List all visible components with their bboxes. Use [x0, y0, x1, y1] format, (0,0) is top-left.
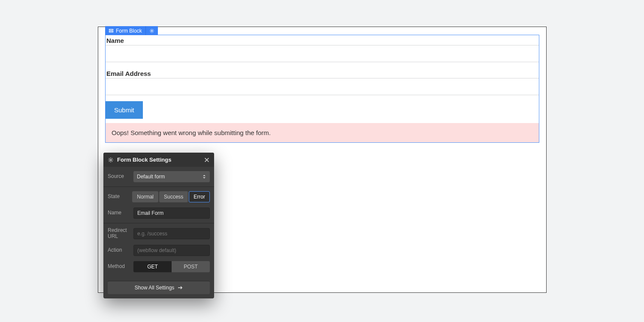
gear-icon	[108, 157, 114, 163]
show-all-settings-button[interactable]: Show All Settings	[108, 281, 210, 294]
state-label: State	[108, 194, 128, 200]
source-label: Source	[108, 174, 129, 180]
state-success-button[interactable]: Success	[159, 191, 188, 202]
block-tag-settings[interactable]	[146, 26, 158, 35]
panel-header: Form Block Settings	[103, 153, 214, 167]
chevron-updown-icon	[202, 175, 206, 179]
form-icon	[109, 28, 114, 33]
block-tag: Form Block	[105, 26, 158, 35]
method-post-button[interactable]: POST	[172, 261, 210, 272]
name-label: Name	[106, 35, 539, 45]
svg-rect-1	[109, 31, 113, 32]
action-label: Action	[108, 247, 129, 253]
source-dropdown-value: Default form	[137, 174, 165, 180]
form-block-settings-panel: Form Block Settings Source Default form …	[103, 153, 214, 298]
source-dropdown[interactable]: Default form	[133, 171, 210, 182]
form-block-tag[interactable]: Form Block	[105, 26, 146, 35]
method-group: GET POST	[133, 261, 210, 272]
action-input[interactable]	[133, 245, 210, 256]
name-setting-label: Name	[108, 210, 129, 216]
redirect-url-input[interactable]	[133, 228, 210, 239]
gear-icon	[149, 28, 154, 33]
name-input[interactable]	[106, 45, 539, 62]
state-error-button[interactable]: Error	[189, 191, 210, 202]
redirect-label: Redirect URL	[108, 228, 129, 240]
close-icon[interactable]	[204, 157, 210, 163]
arrow-right-icon	[178, 285, 183, 290]
svg-point-2	[151, 30, 152, 31]
state-normal-button[interactable]: Normal	[132, 191, 158, 202]
svg-point-3	[110, 159, 112, 161]
show-all-settings-label: Show All Settings	[135, 285, 175, 291]
email-input[interactable]	[106, 78, 539, 95]
form-block-container[interactable]: Form Block Name Email Address Submit Oop…	[105, 35, 539, 143]
svg-rect-0	[109, 29, 113, 30]
block-tag-label: Form Block	[116, 28, 142, 34]
panel-title: Form Block Settings	[117, 156, 171, 163]
email-label: Email Address	[106, 68, 539, 78]
method-label: Method	[108, 264, 129, 270]
error-message-banner: Oops! Something went wrong while submitt…	[106, 123, 539, 142]
form-name-input[interactable]	[133, 208, 210, 219]
method-get-button[interactable]: GET	[133, 261, 172, 272]
state-segmented: Normal Success Error	[132, 191, 210, 202]
submit-button[interactable]: Submit	[106, 101, 143, 119]
